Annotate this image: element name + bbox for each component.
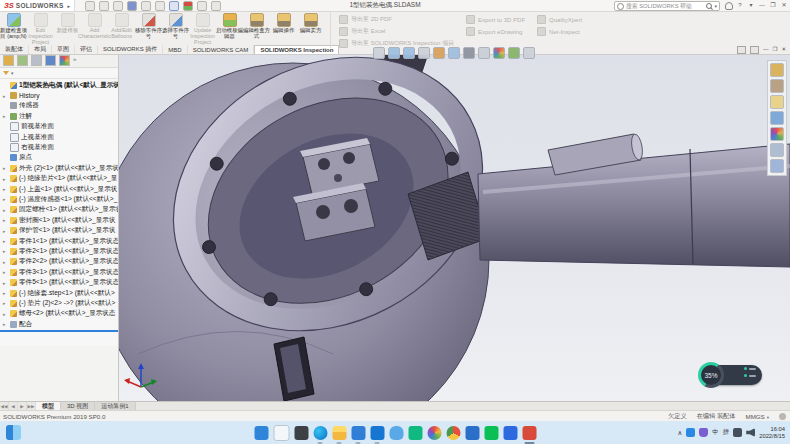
save-icon[interactable] bbox=[127, 1, 137, 11]
search-icon[interactable] bbox=[706, 3, 712, 9]
select-cursor-icon[interactable] bbox=[169, 1, 179, 11]
block-hole[interactable] bbox=[344, 199, 358, 213]
solidworks-logo[interactable]: ЗS SOLIDWORKS ▸ bbox=[0, 0, 75, 11]
sheath-pipe[interactable] bbox=[478, 144, 790, 267]
menu-expander-icon[interactable]: ▸ bbox=[68, 3, 71, 9]
appearances-scenes-icon[interactable] bbox=[770, 127, 784, 141]
security-shield-icon[interactable] bbox=[699, 428, 708, 437]
zoom-fit-icon[interactable] bbox=[388, 47, 400, 59]
doc-close-button[interactable]: ✕ bbox=[781, 45, 786, 54]
propertymanager-tab[interactable] bbox=[17, 55, 28, 66]
expand-arrow-icon[interactable]: ▸ bbox=[3, 311, 8, 317]
zoom-area-icon[interactable] bbox=[403, 47, 415, 59]
display-states-icon[interactable] bbox=[373, 47, 385, 59]
tab-overflow-chevron[interactable]: » bbox=[73, 56, 76, 65]
help-caret-icon[interactable]: ▾ bbox=[747, 0, 755, 11]
block-hole[interactable] bbox=[334, 174, 342, 182]
apply-scene-icon[interactable] bbox=[508, 47, 520, 59]
expand-arrow-icon[interactable]: ▸ bbox=[3, 165, 8, 171]
chrome-icon[interactable] bbox=[446, 426, 460, 440]
expand-arrow-icon[interactable]: ▸ bbox=[3, 228, 8, 234]
tree-item[interactable]: ▸密封圈<1> (默认<<默认>_显示状 bbox=[0, 215, 118, 225]
expand-arrow-icon[interactable]: ▸ bbox=[3, 207, 8, 213]
configurationmanager-tab[interactable] bbox=[31, 55, 42, 66]
login-user-icon[interactable] bbox=[725, 2, 733, 10]
view-palette-icon[interactable] bbox=[770, 111, 784, 125]
tree-item[interactable]: ▸零件2<2> (默认<<默认>_显示状态 bbox=[0, 257, 118, 267]
expand-arrow-icon[interactable]: ▸ bbox=[3, 176, 8, 182]
expand-arrow-icon[interactable]: ▸ bbox=[3, 248, 8, 254]
expand-arrow-icon[interactable]: ▸ bbox=[3, 186, 8, 192]
status-options-gear-icon[interactable] bbox=[779, 413, 786, 420]
block-hole[interactable] bbox=[343, 152, 355, 164]
tree-filter[interactable]: ▾ bbox=[0, 68, 118, 79]
volume-icon[interactable] bbox=[746, 428, 755, 437]
hide-show-items-icon[interactable] bbox=[478, 47, 490, 59]
doc-minimize-button[interactable]: — bbox=[763, 45, 769, 54]
tree-item[interactable]: ▸零件3<1> (默认<<默认>_显示状态 bbox=[0, 267, 118, 277]
phone-link-icon[interactable] bbox=[465, 426, 479, 440]
featuremanager-design-tree-tab[interactable] bbox=[3, 55, 14, 66]
mail-icon[interactable] bbox=[351, 426, 365, 440]
cascade-windows-icon[interactable] bbox=[750, 46, 759, 54]
command-tab[interactable]: 草图 bbox=[52, 45, 75, 54]
command-tab[interactable]: 评估 bbox=[75, 45, 98, 54]
tree-item[interactable]: ▸螺母<2> (默认<<默认>_显示状态 bbox=[0, 309, 118, 319]
tree-item[interactable]: ▸配合 bbox=[0, 319, 118, 329]
edit-vendors-button[interactable]: 编辑卖方 bbox=[297, 11, 324, 46]
tree-item[interactable]: ▸保护管<1> (默认<<默认>_显示状 bbox=[0, 225, 118, 235]
launch-template-editor-button[interactable]: 启动模板编辑器 bbox=[216, 11, 243, 46]
record-toggle-camera[interactable] bbox=[744, 367, 756, 370]
file-explorer-pane-icon[interactable] bbox=[770, 95, 784, 109]
expand-arrow-icon[interactable]: ▸ bbox=[3, 280, 8, 286]
tree-item[interactable]: ▸History bbox=[0, 90, 118, 100]
close-button[interactable]: ✕ bbox=[780, 0, 788, 11]
edit-methods-button[interactable]: 编辑检查方式 bbox=[243, 11, 270, 46]
custom-properties-icon[interactable] bbox=[770, 143, 784, 157]
solidworks-forum-icon[interactable] bbox=[770, 159, 784, 173]
undo-icon[interactable] bbox=[155, 1, 165, 11]
solidworks-taskbar-icon[interactable] bbox=[522, 426, 536, 440]
record-toggle-mic[interactable] bbox=[744, 374, 756, 377]
tree-item[interactable]: ▸(-) 绝缘垫片<1> (默认<<默认>_显 bbox=[0, 174, 118, 184]
help-search-box[interactable]: 搜索 SOLIDWORKS 帮助 ▾ bbox=[614, 1, 720, 11]
screen-record-widget[interactable]: 35% bbox=[698, 362, 762, 388]
tree-item[interactable]: ▸(-) 垫片 (2)<2> ->? (默认<<默认> bbox=[0, 298, 118, 308]
hidden-icons-chevron[interactable]: ∧ bbox=[677, 429, 682, 437]
expand-arrow-icon[interactable]: ▸ bbox=[3, 93, 8, 99]
help-button[interactable]: ? bbox=[736, 0, 744, 11]
edit-appearance-icon[interactable] bbox=[493, 47, 505, 59]
file-explorer-icon[interactable] bbox=[332, 426, 346, 440]
tree-item[interactable]: ▸(-) 绝缘套.step<1> (默认<<默认> bbox=[0, 288, 118, 298]
command-tab[interactable]: 布局 bbox=[29, 45, 52, 54]
display-project-icon[interactable] bbox=[733, 428, 742, 437]
tree-item[interactable]: ▸固定螺栓<1> (默认<<默认>_显示状 bbox=[0, 205, 118, 215]
tree-item[interactable]: ▸(-) 上盖<1> (默认<<默认>_显示状 bbox=[0, 184, 118, 194]
ime-language-icon[interactable]: 中 bbox=[712, 428, 719, 437]
previous-view-icon[interactable] bbox=[418, 47, 430, 59]
command-tab[interactable]: MBD bbox=[163, 45, 187, 54]
search-caret-icon[interactable]: ▾ bbox=[714, 3, 717, 9]
block-hole[interactable] bbox=[318, 158, 330, 170]
command-tab[interactable]: SOLIDWORKS CAM bbox=[188, 45, 255, 54]
command-tab[interactable]: 装配体 bbox=[0, 45, 29, 54]
record-progress-ring[interactable]: 35% bbox=[698, 362, 724, 388]
solidworks-resources-icon[interactable] bbox=[770, 63, 784, 77]
expand-arrow-icon[interactable]: ▸ bbox=[3, 238, 8, 244]
expand-arrow-icon[interactable]: ▸ bbox=[3, 290, 8, 296]
view-orientation-icon[interactable] bbox=[448, 47, 460, 59]
expand-arrow-icon[interactable]: ▸ bbox=[3, 113, 8, 119]
ime-mode-icon[interactable]: 拼 bbox=[723, 428, 730, 437]
expand-arrow-icon[interactable]: ▸ bbox=[3, 196, 8, 202]
wps-icon[interactable] bbox=[503, 426, 517, 440]
tree-root-item[interactable]: 1型铠装热电偶 (默认<默认_显示状态-1> bbox=[0, 80, 118, 90]
tree-item[interactable]: ▸零件2<1> (默认<<默认>_显示状态 bbox=[0, 246, 118, 256]
tree-item[interactable]: 前视基准面 bbox=[0, 122, 118, 132]
design-library-icon[interactable] bbox=[770, 79, 784, 93]
microsoft-store-icon[interactable] bbox=[370, 426, 384, 440]
print-icon[interactable] bbox=[141, 1, 151, 11]
remove-balloon-button[interactable]: 移除零件序号 bbox=[135, 11, 162, 46]
restore-button[interactable]: ❐ bbox=[769, 0, 777, 11]
tree-item[interactable]: 右视基准面 bbox=[0, 142, 118, 152]
open-document-icon[interactable] bbox=[113, 1, 123, 11]
